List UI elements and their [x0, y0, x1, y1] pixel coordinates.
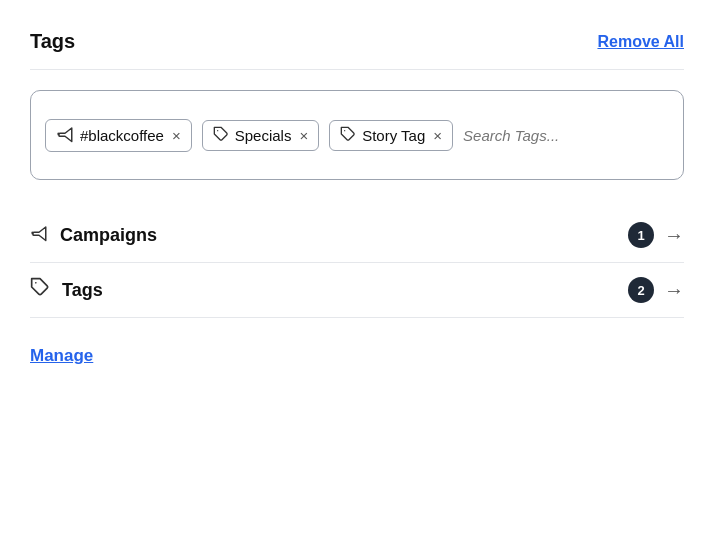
arrow-button-tags[interactable]: → [664, 279, 684, 302]
svg-point-1 [344, 130, 345, 131]
section-row-campaigns: Campaigns1→ [30, 208, 684, 263]
section-row-tags: Tags2→ [30, 263, 684, 318]
chip-label: Specials [235, 127, 292, 144]
megaphone-icon [30, 222, 48, 248]
section-left-campaigns: Campaigns [30, 222, 157, 248]
header-divider [30, 69, 684, 70]
arrow-button-campaigns[interactable]: → [664, 224, 684, 247]
tag-chip-chip-specials: Specials× [202, 120, 319, 151]
tag-icon [340, 126, 356, 145]
sections-container: Campaigns1→ Tags2→ [30, 208, 684, 318]
chip-label: #blackcoffee [80, 127, 164, 144]
svg-point-2 [35, 282, 37, 284]
tags-input-box[interactable]: #blackcoffee× Specials× Story Tag× [30, 90, 684, 180]
badge-tags: 2 [628, 277, 654, 303]
badge-campaigns: 1 [628, 222, 654, 248]
section-label-tags: Tags [62, 280, 103, 301]
chip-remove-button[interactable]: × [433, 127, 442, 144]
chip-label: Story Tag [362, 127, 425, 144]
search-input[interactable] [463, 127, 669, 144]
section-left-tags: Tags [30, 277, 103, 303]
section-label-campaigns: Campaigns [60, 225, 157, 246]
tag-icon [213, 126, 229, 145]
remove-all-button[interactable]: Remove All [597, 33, 684, 51]
page-title: Tags [30, 30, 75, 53]
section-right-tags: 2→ [628, 277, 684, 303]
svg-point-0 [217, 130, 218, 131]
megaphone-icon [56, 125, 74, 146]
tag-icon [30, 277, 50, 303]
section-right-campaigns: 1→ [628, 222, 684, 248]
tag-chip-chip-blackcoffee: #blackcoffee× [45, 119, 192, 152]
chip-remove-button[interactable]: × [172, 127, 181, 144]
header-row: Tags Remove All [30, 30, 684, 53]
tag-chip-chip-storytag: Story Tag× [329, 120, 453, 151]
manage-link[interactable]: Manage [30, 346, 93, 366]
chip-remove-button[interactable]: × [299, 127, 308, 144]
